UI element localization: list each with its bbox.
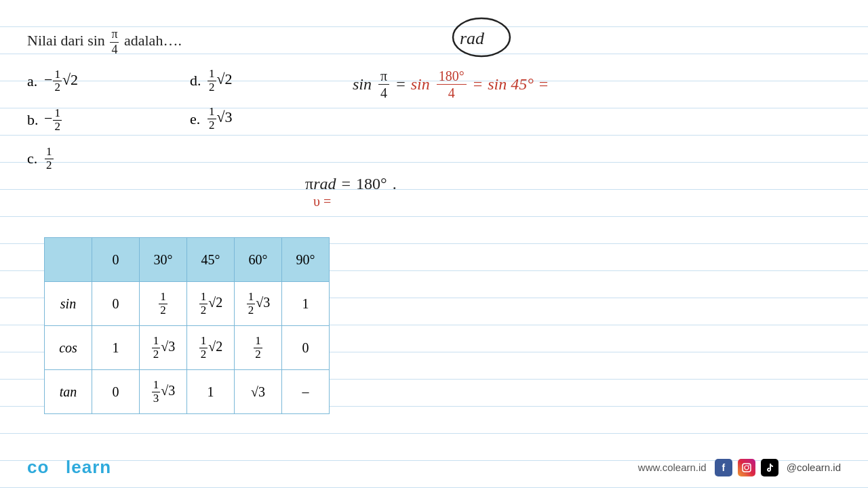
cos-30: 12√3	[140, 326, 187, 370]
tan-90: –	[282, 370, 330, 414]
cos-0: 1	[92, 326, 140, 370]
tan-30: 13√3	[140, 370, 187, 414]
table-header-90: 90°	[282, 238, 330, 282]
tan-60: √3	[235, 370, 282, 414]
table-header-row: 0 30° 45° 60° 90°	[45, 238, 330, 282]
website-url: www.colearn.id	[638, 462, 707, 473]
colearn-logo: co learn	[27, 457, 111, 478]
choice-c-value: 12	[44, 145, 54, 171]
answer-choices-right: d. 12√2 e. 12√3	[190, 68, 233, 144]
table-header-30: 30°	[140, 238, 187, 282]
sin-label: sin	[353, 75, 372, 94]
choice-a: a. −12√2	[27, 68, 78, 94]
choice-b: b. −12	[27, 106, 78, 133]
table-row-tan: tan 0 13√3 1 √3 –	[45, 370, 330, 414]
question-area: Nilai dari sin π 4 adalah….	[27, 27, 182, 57]
cos-90: 0	[282, 326, 330, 370]
equals-1: =	[396, 75, 406, 94]
note-line: πrad = 180° .	[305, 175, 397, 193]
cos-45: 12√2	[187, 326, 235, 370]
table-row-sin: sin 0 12 12√2 12√3 1	[45, 282, 330, 326]
choice-e-label: e.	[190, 110, 207, 128]
equals-3: =	[539, 75, 549, 94]
choice-d-value: 12√2	[207, 68, 233, 94]
tiktok-icon	[761, 459, 778, 476]
footer-right: www.colearn.id f @colearn.id	[638, 459, 841, 476]
choice-d: d. 12√2	[190, 68, 233, 94]
table-header-label	[45, 238, 92, 282]
tan-0: 0	[92, 370, 140, 414]
sin-fraction: π 4	[378, 68, 389, 101]
sin-90: 1	[282, 282, 330, 326]
sin-30: 12	[140, 282, 187, 326]
rad-annotation: rad	[448, 10, 509, 58]
sin-label-2: sin	[411, 75, 430, 94]
table-header-45: 45°	[187, 238, 235, 282]
upsilon-text: υ =	[313, 194, 331, 209]
fraction-numerator: π	[110, 27, 119, 43]
footer: co learn www.colearn.id f	[0, 457, 868, 478]
question-fraction: π 4	[110, 27, 119, 57]
cos-60: 12	[235, 326, 282, 370]
sin-45-cell: 12√2	[187, 282, 235, 326]
social-handle: @colearn.id	[787, 462, 841, 473]
logo-learn: learn	[66, 457, 111, 477]
choice-a-label: a.	[27, 69, 44, 93]
tan-45: 1	[187, 370, 235, 414]
svg-text:rad: rad	[460, 28, 485, 48]
main-content: Nilai dari sin π 4 adalah…. a. −12√2 b. …	[0, 0, 868, 488]
svg-rect-2	[743, 464, 751, 472]
pi-rad-text: πrad	[305, 175, 336, 193]
choice-c-label: c.	[27, 146, 44, 170]
svg-point-4	[748, 464, 749, 466]
note-dot: .	[393, 175, 397, 193]
sin-0: 0	[92, 282, 140, 326]
social-icons: f	[715, 459, 778, 476]
equals-2: =	[473, 75, 483, 94]
choice-e: e. 12√3	[190, 106, 233, 131]
choice-e-value: 12√3	[207, 106, 233, 131]
table-header-0: 0	[92, 238, 140, 282]
choice-d-label: d.	[190, 72, 207, 89]
trig-table: 0 30° 45° 60° 90° sin 0 12 12√2 12√3 1 c…	[44, 237, 330, 414]
table-header-60: 60°	[235, 238, 282, 282]
answer-choices: a. −12√2 b. −12 c. 12	[27, 68, 78, 184]
cos-label-cell: cos	[45, 326, 92, 370]
working-equation: sin π 4 = sin 180° 4 = sin 45° =	[353, 68, 548, 101]
facebook-icon: f	[715, 459, 732, 476]
logo-co: co	[27, 457, 49, 477]
table-row-cos: cos 1 12√3 12√2 12 0	[45, 326, 330, 370]
choice-c: c. 12	[27, 145, 78, 171]
sin-fraction-2: 180° 4	[437, 68, 467, 101]
fraction-denominator: 4	[110, 43, 119, 58]
sin-label-cell: sin	[45, 282, 92, 326]
note-equals: =	[341, 175, 351, 193]
question-text: Nilai dari sin π 4 adalah….	[27, 32, 182, 49]
choice-a-value: −12√2	[44, 68, 78, 94]
sin-45: sin 45°	[488, 75, 534, 94]
svg-point-3	[745, 466, 749, 470]
note-180: 180°	[356, 175, 387, 193]
upsilon-note: υ =	[313, 194, 331, 209]
instagram-icon	[738, 459, 755, 476]
choice-b-label: b.	[27, 108, 44, 131]
choice-b-value: −12	[44, 106, 62, 133]
sin-60: 12√3	[235, 282, 282, 326]
tan-label-cell: tan	[45, 370, 92, 414]
